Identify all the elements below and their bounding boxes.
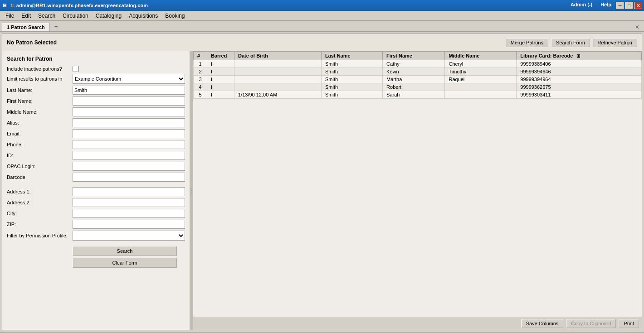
cell-dob [234,83,322,91]
cell-libcard: 99999394646 [517,68,642,76]
opac-login-input[interactable] [73,162,185,171]
merge-patrons-button[interactable]: Merge Patrons [506,38,548,47]
cell-lastname: Smith [322,60,383,68]
body-area: Search for Patron Include inactive patro… [2,51,642,330]
id-label: ID: [7,153,73,158]
copy-to-clipboard-button[interactable]: Copy to Clipboard [566,319,616,328]
cell-lastname: Smith [322,68,383,76]
table-row[interactable]: 4 f Smith Robert 99999362675 [194,83,642,91]
menu-cataloging[interactable]: Cataloging [92,12,125,20]
cell-lastname: Smith [322,83,383,91]
limit-results-row: Limit results to patrons in Example Cons… [7,74,185,84]
search-button[interactable]: Search [73,246,177,256]
tab-patron-search[interactable]: 1 Patron Search [2,23,50,31]
table-row[interactable]: 2 f Smith Kevin Timothy 99999394646 [194,68,642,76]
col-header-lastname[interactable]: Last Name [322,52,383,60]
cell-lastname: Smith [322,91,383,99]
admin-label[interactable]: Admin (-) [567,2,596,9]
menu-search[interactable]: Search [34,12,59,20]
help-label[interactable]: Help [597,2,615,9]
last-name-input[interactable] [73,86,185,95]
permission-profile-row: Filter by Permission Profile: [7,231,185,241]
col-header-firstname[interactable]: First Name [383,52,445,60]
barcode-row: Barcode: [7,173,185,182]
menu-edit[interactable]: Edit [18,12,34,20]
table-row[interactable]: 1 f Smith Cathy Cheryl 99999389406 [194,60,642,68]
minimize-button[interactable]: ─ [616,2,624,9]
address1-input[interactable] [73,187,185,196]
cell-middlename: Timothy [445,68,517,76]
middle-name-row: Middle Name: [7,107,185,116]
alias-label: Alias: [7,120,73,125]
title-bar-controls: Admin (-) Help ─ □ ✕ [567,2,642,9]
first-name-input[interactable] [73,97,185,106]
zip-row: ZIP: [7,220,185,229]
col-header-num[interactable]: # [194,52,207,60]
cell-barred: f [207,83,234,91]
col-header-barred[interactable]: Barred [207,52,234,60]
address2-input[interactable] [73,198,185,207]
email-input[interactable] [73,129,185,138]
menu-bar: File Edit Search Circulation Cataloging … [0,11,644,21]
table-header-row: # Barred Date of Birth Last Name First N… [194,52,642,60]
save-columns-button[interactable]: Save Columns [521,319,564,328]
table-row[interactable]: 3 f Smith Martha Raquel 99999394964 [194,76,642,83]
maximize-button[interactable]: □ [625,2,633,9]
close-window-button[interactable]: ✕ [634,2,642,9]
limit-results-select[interactable]: Example Consortium [73,74,185,84]
zip-label: ZIP: [7,222,73,227]
search-form-button[interactable]: Search Form [551,38,590,47]
cell-num: 1 [194,60,207,68]
phone-row: Phone: [7,140,185,149]
cell-middlename: Cheryl [445,60,517,68]
include-inactive-checkbox[interactable] [73,66,79,72]
tab-bar-close[interactable]: ✕ [632,23,642,31]
email-label: Email: [7,131,73,136]
address1-label: Address 1: [7,189,73,194]
limit-results-label: Limit results to patrons in [7,76,73,82]
menu-circulation[interactable]: Circulation [59,12,92,20]
form-buttons: Search Clear Form [73,246,185,268]
barcode-input[interactable] [73,173,185,182]
phone-input[interactable] [73,140,185,149]
cell-firstname: Sarah [383,91,445,99]
cell-barred: f [207,60,234,68]
cell-barred: f [207,68,234,76]
window-title: 1: admin@BR1-winxpvmfx.phasefx.evergreen… [10,3,148,8]
cell-middlename: Raquel [445,76,517,83]
cell-dob [234,60,322,68]
col-header-dob[interactable]: Date of Birth [234,52,322,60]
clear-form-button[interactable]: Clear Form [73,258,177,268]
address2-label: Address 2: [7,200,73,205]
cell-lastname: Smith [322,76,383,83]
cell-num: 3 [194,76,207,83]
zip-input[interactable] [73,220,185,229]
id-row: ID: [7,151,185,160]
cell-barred: f [207,76,234,83]
alias-input[interactable] [73,118,185,127]
opac-login-row: OPAC Login: [7,162,185,171]
retrieve-patron-button[interactable]: Retrieve Patron [593,38,637,47]
tab-label: 1 Patron Search [7,24,45,30]
menu-booking[interactable]: Booking [161,12,188,20]
menu-acquisitions[interactable]: Acquisitions [125,12,161,20]
table-row[interactable]: 5 f 1/13/90 12:00 AM Smith Sarah 9999930… [194,91,642,99]
print-button[interactable]: Print [619,319,639,328]
city-input[interactable] [73,209,185,218]
alias-row: Alias: [7,118,185,127]
barcode-label: Barcode: [7,174,73,180]
include-inactive-row: Include inactive patrons? [7,66,185,72]
permission-profile-select[interactable] [73,231,185,241]
last-name-row: Last Name: [7,86,185,95]
middle-name-input[interactable] [73,107,185,116]
col-header-middlename[interactable]: Middle Name [445,52,517,60]
cell-firstname: Kevin [383,68,445,76]
cell-dob: 1/13/90 12:00 AM [234,91,322,99]
col-expand-icon[interactable]: ⊞ [576,53,580,58]
new-tab-button[interactable]: + [51,22,62,31]
cell-dob [234,68,322,76]
include-inactive-label: Include inactive patrons? [7,66,73,72]
col-header-libcard[interactable]: Library Card: Barcode ⊞ [517,52,642,60]
id-input[interactable] [73,151,185,160]
menu-file[interactable]: File [2,12,18,20]
